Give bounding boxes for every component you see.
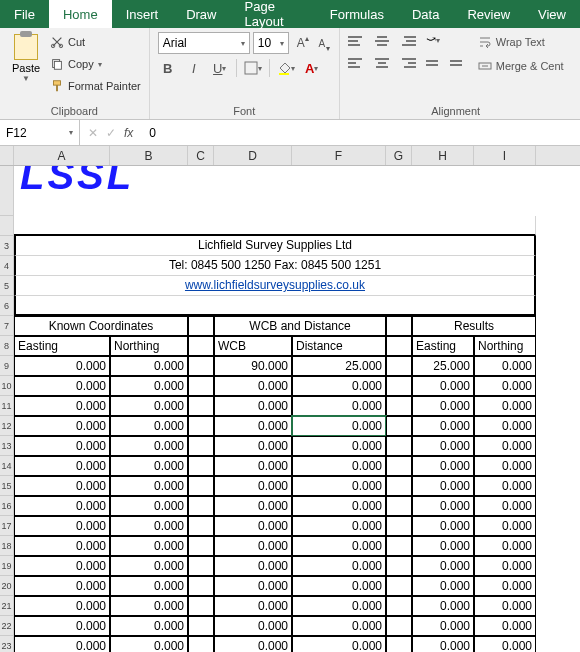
tab-home[interactable]: Home bbox=[49, 0, 112, 28]
orientation-button[interactable]: ⤻▾ bbox=[426, 32, 440, 50]
cell[interactable]: 0.000 bbox=[110, 496, 188, 516]
tab-insert[interactable]: Insert bbox=[112, 0, 173, 28]
cell[interactable]: 0.000 bbox=[214, 376, 292, 396]
cell[interactable]: 0.000 bbox=[292, 376, 386, 396]
increase-font-button[interactable]: A▴ bbox=[292, 32, 310, 54]
cell[interactable]: 0.000 bbox=[110, 416, 188, 436]
cell[interactable]: 0.000 bbox=[14, 456, 110, 476]
worksheet-grid[interactable]: LSSL3Lichfield Survey Supplies Ltd4Tel: … bbox=[0, 166, 580, 652]
cell[interactable]: 0.000 bbox=[110, 456, 188, 476]
cell[interactable]: 0.000 bbox=[110, 596, 188, 616]
cell[interactable]: 0.000 bbox=[214, 516, 292, 536]
cell[interactable]: 0.000 bbox=[110, 376, 188, 396]
cell[interactable] bbox=[188, 576, 214, 596]
cell[interactable]: 0.000 bbox=[14, 496, 110, 516]
cell[interactable] bbox=[188, 536, 214, 556]
cell[interactable] bbox=[386, 496, 412, 516]
row-header[interactable]: 4 bbox=[0, 256, 14, 276]
cell[interactable] bbox=[14, 216, 536, 236]
font-color-button[interactable]: A▾ bbox=[302, 58, 322, 78]
align-top-button[interactable] bbox=[348, 32, 368, 50]
row-header[interactable]: 11 bbox=[0, 396, 14, 416]
cell[interactable]: 0.000 bbox=[412, 596, 474, 616]
cell[interactable]: WCB and Distance bbox=[214, 316, 386, 336]
name-box[interactable]: F12 ▾ bbox=[0, 120, 80, 145]
cell[interactable]: 0.000 bbox=[14, 416, 110, 436]
cell[interactable]: 90.000 bbox=[214, 356, 292, 376]
cell[interactable] bbox=[386, 476, 412, 496]
tab-draw[interactable]: Draw bbox=[172, 0, 230, 28]
row-header[interactable]: 8 bbox=[0, 336, 14, 356]
cell[interactable]: 0.000 bbox=[110, 396, 188, 416]
cell[interactable]: 0.000 bbox=[292, 516, 386, 536]
cell[interactable]: 0.000 bbox=[412, 496, 474, 516]
align-bottom-button[interactable] bbox=[396, 32, 416, 50]
cell[interactable]: 0.000 bbox=[412, 396, 474, 416]
row-header[interactable]: 12 bbox=[0, 416, 14, 436]
cell[interactable]: 0.000 bbox=[412, 416, 474, 436]
cell[interactable]: 0.000 bbox=[474, 516, 536, 536]
cell[interactable] bbox=[386, 356, 412, 376]
cell[interactable]: 0.000 bbox=[474, 356, 536, 376]
cell[interactable]: 0.000 bbox=[292, 436, 386, 456]
cell[interactable] bbox=[386, 596, 412, 616]
cell[interactable] bbox=[386, 556, 412, 576]
tab-data[interactable]: Data bbox=[398, 0, 453, 28]
cell[interactable]: 0.000 bbox=[474, 596, 536, 616]
cell[interactable]: 0.000 bbox=[292, 536, 386, 556]
cell[interactable]: 0.000 bbox=[292, 596, 386, 616]
cell[interactable]: 0.000 bbox=[292, 616, 386, 636]
cell[interactable]: 0.000 bbox=[14, 356, 110, 376]
decrease-font-button[interactable]: A▾ bbox=[313, 32, 331, 54]
cell[interactable] bbox=[386, 396, 412, 416]
cell[interactable] bbox=[188, 616, 214, 636]
cell[interactable] bbox=[188, 516, 214, 536]
italic-button[interactable]: I bbox=[184, 58, 204, 78]
cell[interactable]: 0.000 bbox=[110, 636, 188, 652]
cell[interactable]: 0.000 bbox=[474, 456, 536, 476]
row-header[interactable]: 6 bbox=[0, 296, 14, 316]
cell[interactable] bbox=[386, 436, 412, 456]
cell[interactable]: 0.000 bbox=[110, 576, 188, 596]
cell[interactable]: 0.000 bbox=[474, 536, 536, 556]
cell[interactable]: 0.000 bbox=[474, 496, 536, 516]
cell[interactable]: 0.000 bbox=[110, 536, 188, 556]
cell[interactable]: 0.000 bbox=[214, 456, 292, 476]
cell[interactable]: 0.000 bbox=[292, 636, 386, 652]
wrap-text-button[interactable]: Wrap Text bbox=[478, 32, 564, 52]
cell[interactable]: 0.000 bbox=[214, 396, 292, 416]
cell[interactable]: 0.000 bbox=[110, 516, 188, 536]
row-header[interactable]: 15 bbox=[0, 476, 14, 496]
cell[interactable]: 0.000 bbox=[474, 416, 536, 436]
cell[interactable]: 0.000 bbox=[14, 616, 110, 636]
fill-color-button[interactable]: ▾ bbox=[276, 58, 296, 78]
cell[interactable]: 0.000 bbox=[14, 596, 110, 616]
increase-indent-button[interactable] bbox=[450, 54, 470, 72]
cell[interactable] bbox=[386, 516, 412, 536]
font-size-select[interactable]: 10▾ bbox=[253, 32, 289, 54]
cell[interactable]: Northing bbox=[474, 336, 536, 356]
cell[interactable] bbox=[386, 576, 412, 596]
cell[interactable]: 0.000 bbox=[292, 556, 386, 576]
cell[interactable]: 25.000 bbox=[292, 356, 386, 376]
align-right-button[interactable] bbox=[396, 54, 416, 72]
cell[interactable]: 0.000 bbox=[14, 636, 110, 652]
cell[interactable]: 0.000 bbox=[110, 476, 188, 496]
col-header-C[interactable]: C bbox=[188, 146, 214, 165]
cell[interactable] bbox=[386, 316, 412, 336]
row-header[interactable]: 10 bbox=[0, 376, 14, 396]
cell[interactable]: 0.000 bbox=[214, 616, 292, 636]
cell[interactable]: Easting bbox=[412, 336, 474, 356]
cancel-icon[interactable]: ✕ bbox=[88, 126, 98, 140]
cell[interactable]: 0.000 bbox=[14, 576, 110, 596]
col-header-G[interactable]: G bbox=[386, 146, 412, 165]
align-center-button[interactable] bbox=[372, 54, 392, 72]
cell[interactable] bbox=[386, 336, 412, 356]
col-header-A[interactable]: A bbox=[14, 146, 110, 165]
cell[interactable]: 0.000 bbox=[412, 576, 474, 596]
cell[interactable]: 0.000 bbox=[412, 476, 474, 496]
cell[interactable]: 0.000 bbox=[14, 536, 110, 556]
row-header[interactable]: 13 bbox=[0, 436, 14, 456]
col-header-H[interactable]: H bbox=[412, 146, 474, 165]
cell[interactable] bbox=[188, 556, 214, 576]
